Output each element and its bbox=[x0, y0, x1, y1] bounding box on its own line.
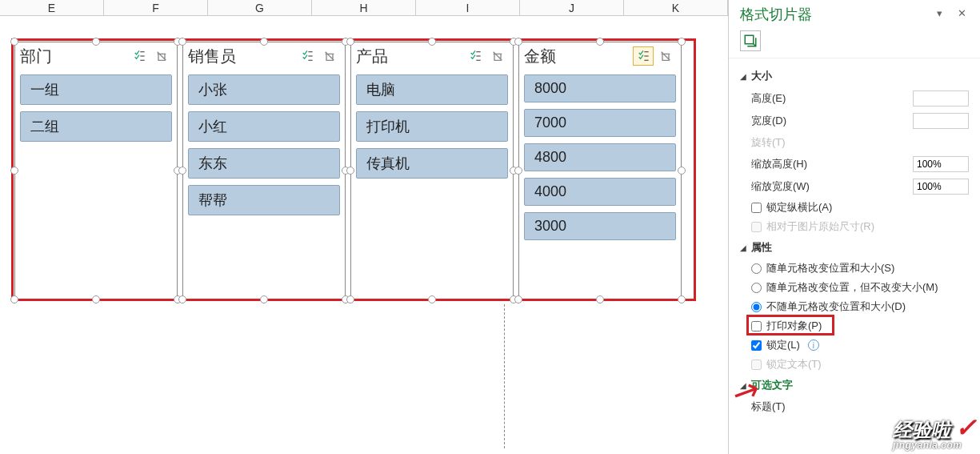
slicer-item[interactable]: 打印机 bbox=[356, 111, 508, 142]
resize-handle[interactable] bbox=[346, 167, 354, 175]
height-label: 高度(E) bbox=[751, 91, 913, 106]
move-nosize-label: 随单元格改变位置，但不改变大小(M) bbox=[766, 280, 938, 295]
nomove-nosize-radio[interactable] bbox=[751, 302, 762, 312]
resize-handle[interactable] bbox=[428, 295, 436, 303]
resize-handle[interactable] bbox=[178, 38, 186, 46]
scale-width-input[interactable] bbox=[913, 179, 969, 195]
multiselect-icon[interactable] bbox=[297, 46, 318, 66]
lock-text-checkbox bbox=[751, 360, 762, 370]
section-size[interactable]: ◢ 大小 bbox=[740, 65, 969, 87]
slicer-item[interactable]: 7000 bbox=[524, 109, 676, 137]
format-slicer-panel: 格式切片器 ▾ ✕ ◢ 大小 高度(E) 宽度(D) 旋转(T) 缩放高度(H)… bbox=[728, 0, 980, 454]
slicer-title: 产品 bbox=[356, 46, 463, 67]
highlight-box-print bbox=[746, 315, 834, 335]
clear-filter-icon[interactable] bbox=[151, 46, 172, 66]
collapse-icon: ◢ bbox=[740, 243, 748, 252]
column-header[interactable]: H bbox=[312, 0, 416, 15]
resize-handle[interactable] bbox=[678, 295, 686, 303]
panel-title: 格式切片器 bbox=[740, 5, 924, 24]
resize-handle[interactable] bbox=[260, 38, 268, 46]
move-size-label: 随单元格改变位置和大小(S) bbox=[766, 261, 894, 275]
clear-filter-icon[interactable] bbox=[487, 46, 508, 66]
slicer-item[interactable]: 小红 bbox=[188, 111, 340, 142]
column-header[interactable]: F bbox=[104, 0, 208, 15]
column-header[interactable]: I bbox=[416, 0, 520, 15]
lock-checkbox[interactable] bbox=[751, 340, 762, 351]
width-input[interactable] bbox=[913, 113, 969, 129]
resize-handle[interactable] bbox=[514, 167, 522, 175]
section-alt-text[interactable]: ◢ 可选文字 bbox=[740, 374, 969, 396]
resize-handle[interactable] bbox=[260, 295, 268, 303]
column-header[interactable]: J bbox=[520, 0, 624, 15]
height-input[interactable] bbox=[913, 90, 969, 106]
slicer-title: 部门 bbox=[20, 46, 127, 67]
slicer-金额[interactable]: 金额80007000480040003000 bbox=[518, 42, 682, 299]
nomove-nosize-label: 不随单元格改变位置和大小(D) bbox=[766, 299, 906, 314]
resize-handle[interactable] bbox=[178, 167, 186, 175]
slicer-item[interactable]: 4000 bbox=[524, 178, 676, 206]
lock-text-label: 锁定文本(T) bbox=[766, 357, 822, 372]
resize-handle[interactable] bbox=[678, 38, 686, 46]
collapse-icon: ◢ bbox=[740, 72, 748, 81]
move-size-radio[interactable] bbox=[751, 263, 762, 274]
slicer-item[interactable]: 8000 bbox=[524, 74, 676, 102]
watermark: 经验啦✓ jingyanla.com bbox=[893, 412, 977, 451]
clear-filter-icon[interactable] bbox=[655, 46, 676, 66]
resize-handle[interactable] bbox=[346, 295, 354, 303]
resize-handle[interactable] bbox=[10, 167, 18, 175]
resize-handle[interactable] bbox=[596, 295, 604, 303]
slicer-item[interactable]: 东东 bbox=[188, 148, 340, 179]
resize-handle[interactable] bbox=[678, 167, 686, 175]
scale-height-input[interactable] bbox=[913, 156, 969, 172]
size-properties-tab-icon[interactable] bbox=[740, 30, 761, 51]
column-header[interactable]: E bbox=[0, 0, 104, 15]
resize-handle[interactable] bbox=[178, 295, 186, 303]
resize-handle[interactable] bbox=[10, 295, 18, 303]
collapse-icon: ◢ bbox=[740, 381, 748, 390]
column-header[interactable]: K bbox=[624, 0, 728, 15]
slicer-title: 销售员 bbox=[188, 46, 295, 67]
slicer-item[interactable]: 4800 bbox=[524, 143, 676, 171]
resize-handle[interactable] bbox=[596, 38, 604, 46]
panel-close-icon[interactable]: ✕ bbox=[954, 7, 969, 22]
scale-width-label: 缩放宽度(W) bbox=[751, 179, 913, 194]
page-break-line bbox=[504, 304, 505, 448]
slicer-产品[interactable]: 产品电脑打印机传真机 bbox=[350, 42, 514, 299]
column-header[interactable]: G bbox=[208, 0, 312, 15]
slicer-部门[interactable]: 部门一组二组 bbox=[14, 42, 178, 299]
relative-orig-checkbox bbox=[751, 222, 762, 232]
scale-height-label: 缩放高度(H) bbox=[751, 157, 913, 171]
lock-label: 锁定(L) bbox=[766, 338, 800, 352]
slicer-item[interactable]: 一组 bbox=[20, 74, 172, 105]
slicer-item[interactable]: 3000 bbox=[524, 212, 676, 240]
width-label: 宽度(D) bbox=[751, 114, 913, 128]
info-icon[interactable]: i bbox=[808, 339, 819, 351]
slicer-销售员[interactable]: 销售员小张小红东东帮帮 bbox=[182, 42, 346, 299]
resize-handle[interactable] bbox=[346, 38, 354, 46]
slicer-item[interactable]: 帮帮 bbox=[188, 185, 340, 215]
svg-rect-12 bbox=[745, 35, 754, 44]
multiselect-icon[interactable] bbox=[633, 46, 654, 66]
lock-ratio-label: 锁定纵横比(A) bbox=[766, 200, 832, 215]
resize-handle[interactable] bbox=[428, 38, 436, 46]
clear-filter-icon[interactable] bbox=[319, 46, 340, 66]
slicer-item[interactable]: 小张 bbox=[188, 74, 340, 105]
slicer-title: 金额 bbox=[524, 46, 631, 67]
slicer-item[interactable]: 电脑 bbox=[356, 74, 508, 105]
section-properties[interactable]: ◢ 属性 bbox=[740, 236, 969, 259]
lock-ratio-checkbox[interactable] bbox=[751, 203, 762, 213]
slicer-item[interactable]: 传真机 bbox=[356, 148, 508, 179]
resize-handle[interactable] bbox=[92, 38, 100, 46]
multiselect-icon[interactable] bbox=[129, 46, 150, 66]
multiselect-icon[interactable] bbox=[465, 46, 486, 66]
rotate-label: 旋转(T) bbox=[751, 135, 969, 150]
move-nosize-radio[interactable] bbox=[751, 283, 762, 293]
resize-handle[interactable] bbox=[514, 38, 522, 46]
resize-handle[interactable] bbox=[514, 295, 522, 303]
resize-handle[interactable] bbox=[10, 38, 18, 46]
relative-orig-label: 相对于图片原始尺寸(R) bbox=[766, 219, 874, 234]
slicer-item[interactable]: 二组 bbox=[20, 111, 172, 142]
panel-dropdown-icon[interactable]: ▾ bbox=[932, 7, 946, 22]
resize-handle[interactable] bbox=[92, 295, 100, 303]
